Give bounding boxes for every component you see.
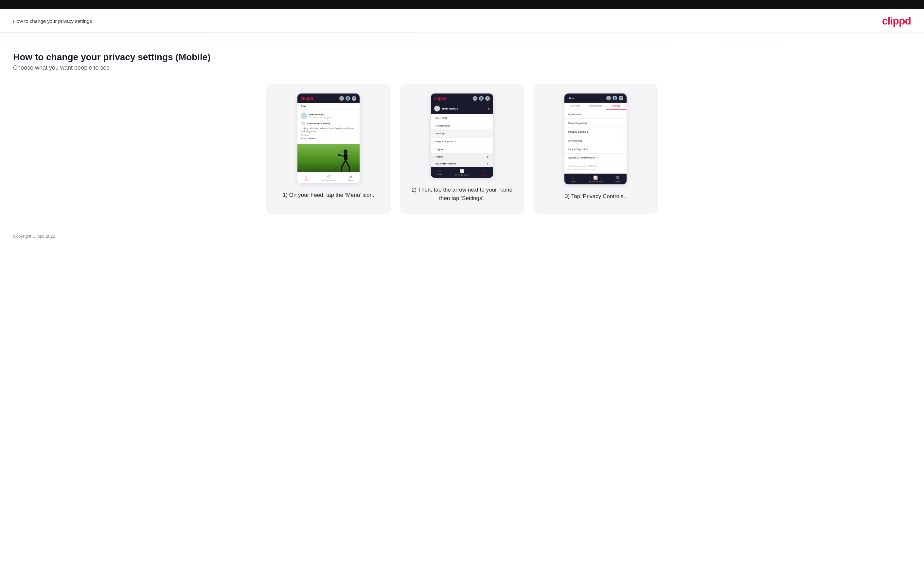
- step3-version-line2: GQL Server Version: 2022.7.30-1: [569, 168, 623, 171]
- step2-section-home-label: Home: [436, 155, 443, 158]
- step1-feed-user-row: Blair McHarg Yesterday · Sunningdale: [301, 113, 356, 119]
- step2-item-helpsupport[interactable]: Help & Support ↗: [431, 138, 493, 145]
- step3-version: Clippd Client Version: 2022.8.3-3 GQL Se…: [564, 162, 627, 174]
- step2-settings-icon: ⊕: [485, 96, 490, 101]
- svg-rect-1: [344, 154, 347, 161]
- step3-version-line1: Clippd Client Version: 2022.8.3-3: [569, 165, 623, 168]
- step3-helpsupport-label: Help & Support ↗: [569, 148, 588, 151]
- step1-phone-logo: clippd: [301, 96, 313, 101]
- step2-performance-chevron: ∨: [486, 162, 488, 165]
- step1-home-label: Home: [304, 179, 309, 181]
- step3-item-serviceprivacy[interactable]: Service & Privacy Policy ↗: [564, 154, 627, 162]
- steps-container: clippd 🔍 👤 ⊕ Feed Blair McHarg: [13, 84, 911, 214]
- step1-lesson-title: Lesson with Fordy: [307, 122, 330, 125]
- step3-menu-list: My Account › Data Integrations › Privacy…: [564, 110, 627, 162]
- step1-duration-label: Duration: [301, 134, 356, 136]
- step2-performance-label: My Performance: [455, 174, 469, 176]
- step2-item-logout[interactable]: Logout: [431, 145, 493, 153]
- tab-myprofile[interactable]: My Profile: [564, 103, 585, 110]
- step3-privacycontrols-label: Privacy Controls: [569, 131, 588, 134]
- header: How to change your privacy settings clip…: [0, 9, 924, 32]
- step3-myaccount-label: My Account: [569, 113, 581, 116]
- step2-phone-icons: 🔍 👤 ⊕: [473, 96, 490, 101]
- step-3-card: ‹ Back 🔍 👤 ⊕ My Profile Connections Sett…: [533, 84, 657, 214]
- svg-point-0: [344, 149, 347, 154]
- step1-phone-footer: ⌂ Home 📈 My Performance ☰ Menu: [297, 172, 360, 183]
- step1-menu-label: Menu: [349, 179, 353, 181]
- step3-item-helpsupport[interactable]: Help & Support ↗: [564, 145, 627, 154]
- logo: clippd: [882, 15, 911, 27]
- page-heading: How to change your privacy settings (Mob…: [13, 52, 911, 63]
- header-divider: [0, 32, 924, 32]
- step2-user-name: Blair McHarg: [442, 107, 458, 110]
- step2-home-chevron: ∨: [486, 155, 488, 158]
- step3-search-icon: 🔍: [606, 96, 611, 100]
- main-content: How to change your privacy settings (Mob…: [0, 42, 924, 227]
- step3-dataintegrations-chevron: ›: [622, 121, 623, 124]
- step2-menu-arrow: ∧: [488, 107, 490, 111]
- tab-connections[interactable]: Connections: [585, 103, 606, 110]
- step2-section-performance: My Performance ∨: [431, 160, 493, 167]
- step3-footer-performance: 📈 My Performance: [588, 176, 603, 182]
- step3-phone-footer: ⌂ Home 📈 My Performance ☰ Menu: [564, 174, 627, 184]
- step1-performance-label: My Performance: [321, 179, 336, 181]
- step3-item-myaccount[interactable]: My Account ›: [564, 110, 627, 119]
- step3-back[interactable]: ‹ Back: [568, 97, 575, 100]
- performance-icon: 📈: [326, 174, 331, 179]
- step2-user-left: Blair McHarg: [434, 106, 458, 111]
- step3-performance-label: My Performance: [588, 181, 603, 182]
- step3-item-privacycontrols[interactable]: Privacy Controls ›: [564, 127, 627, 136]
- step1-lesson-icon: [301, 121, 305, 126]
- step-2-card: clippd 🔍 👤 ⊕ Blair McHarg ∧: [400, 84, 524, 214]
- step2-phone-footer: ⌂ Home 📈 My Performance ✕ Menu: [431, 167, 493, 178]
- step1-avatar: [301, 113, 307, 119]
- step2-user-icon: 👤: [479, 96, 484, 101]
- step3-footer-menu: ☰ Menu: [615, 176, 620, 182]
- page-footer: Copyright Clippd 2022: [0, 227, 924, 248]
- page-subheading: Choose what you want people to see: [13, 64, 911, 71]
- svg-line-3: [346, 161, 349, 167]
- home-icon: ⌂: [305, 174, 308, 178]
- step3-user-icon: 👤: [612, 96, 617, 100]
- step3-settings-icon: ⊕: [619, 96, 623, 100]
- step2-item-connections[interactable]: Connections: [431, 122, 493, 130]
- step1-footer-menu: ☰ Menu: [349, 174, 353, 181]
- step1-lesson-row: Lesson with Fordy: [301, 121, 356, 126]
- step2-item-settings[interactable]: Settings: [431, 130, 493, 138]
- tab-settings[interactable]: Settings: [606, 103, 627, 110]
- step1-user-sub: Yesterday · Sunningdale: [309, 116, 332, 118]
- step2-menu-user-row: Blair McHarg ∧: [431, 103, 493, 114]
- step2-footer-home: ⌂ Home: [437, 169, 443, 176]
- step2-footer-performance: 📈 My Performance: [455, 169, 469, 176]
- step2-section-performance-label: My Performance: [436, 162, 456, 165]
- step-1-phone: clippd 🔍 👤 ⊕ Feed Blair McHarg: [297, 93, 360, 183]
- step2-menu-label: Menu: [482, 174, 487, 176]
- step1-phone-icons: 🔍 👤 ⊕: [339, 96, 356, 101]
- step3-tabs: My Profile Connections Settings: [564, 103, 627, 110]
- settings-icon: ⊕: [352, 96, 356, 101]
- step1-feed-post: Blair McHarg Yesterday · Sunningdale Les…: [297, 110, 360, 144]
- step2-performance-icon: 📈: [460, 169, 464, 173]
- step2-footer-close: ✕ Menu: [482, 169, 487, 176]
- step2-menu-list: My Profile Connections Settings Help & S…: [431, 114, 493, 153]
- step3-footer-home: ⌂ Home: [571, 176, 576, 182]
- step3-item-mygolfbag[interactable]: My Golf Bag ›: [564, 136, 627, 145]
- step2-home-icon: ⌂: [439, 169, 441, 173]
- step3-menu-label: Menu: [615, 181, 620, 182]
- step3-mygolfbag-label: My Golf Bag: [569, 139, 582, 142]
- step-1-caption: 1) On your Feed, tap the ‘Menu’ icon.: [283, 191, 374, 200]
- step2-phone-header: clippd 🔍 👤 ⊕: [431, 93, 493, 103]
- step3-phone-icons: 🔍 👤 ⊕: [606, 96, 623, 100]
- step1-feed-image: [297, 144, 360, 172]
- step1-user-info: Blair McHarg Yesterday · Sunningdale: [309, 113, 332, 118]
- step3-menu-icon: ☰: [616, 176, 619, 180]
- step3-item-dataintegrations[interactable]: Data Integrations ›: [564, 119, 627, 127]
- step2-home-label: Home: [437, 174, 443, 176]
- step3-performance-icon: 📈: [593, 176, 598, 180]
- step2-section-home: Home ∨: [431, 153, 493, 160]
- step2-item-myprofile[interactable]: My Profile: [431, 114, 493, 122]
- step1-feed-text: Looking to feel like my hands are exitin…: [301, 127, 356, 133]
- step-2-phone: clippd 🔍 👤 ⊕ Blair McHarg ∧: [431, 93, 493, 178]
- step3-privacycontrols-chevron: ›: [622, 130, 623, 134]
- step2-avatar: [434, 106, 440, 111]
